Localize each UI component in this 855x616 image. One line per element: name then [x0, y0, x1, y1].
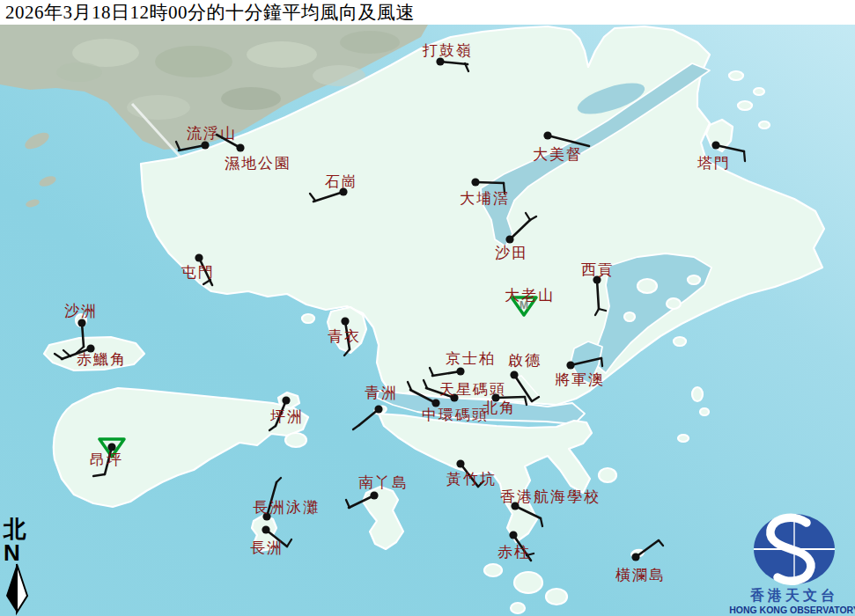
station-dot: [107, 443, 115, 451]
station-label: 青洲: [365, 385, 398, 401]
station-label: 赤鱲角: [77, 351, 127, 368]
station-dot: [510, 370, 518, 378]
page-title: 2026年3月18日12時00分的十分鐘平均風向及風速: [0, 0, 415, 25]
station-label: 濕地公園: [225, 155, 291, 172]
station-label: 橫瀾島: [615, 567, 666, 583]
station-label: 長洲: [250, 539, 284, 556]
station-dot: [456, 459, 464, 467]
station-dot: [341, 317, 349, 325]
kau-sai-chau: [638, 279, 657, 293]
station-label: 大美督: [533, 146, 583, 163]
station-dot: [509, 531, 517, 539]
station-label: 中環碼頭: [422, 407, 489, 423]
station-label: 沙洲: [64, 303, 98, 319]
station-label: 大老山: [505, 287, 555, 304]
station-label: 流浮山: [187, 125, 237, 142]
station-dot: [236, 143, 244, 151]
station-dot: [374, 405, 382, 413]
station-dot: [631, 553, 639, 561]
wind-barb-staff: [475, 182, 504, 183]
station-label: 南丫島: [358, 474, 409, 491]
station-dot: [543, 131, 551, 139]
station-label: 西貢: [581, 261, 615, 278]
station-label: 沙田: [495, 245, 528, 261]
wind-barb-tick: [744, 151, 745, 161]
logo-name-chinese: 香港天文台: [749, 587, 838, 603]
station-dot: [262, 525, 269, 533]
station-label: 香港航海學校: [500, 488, 601, 505]
station-label: 京士柏: [446, 350, 496, 367]
station-label: 青衣: [328, 328, 361, 345]
tung-lung-island: [599, 468, 616, 482]
station-label: 坪洲: [270, 408, 304, 425]
station-label: 黃竹坑: [446, 471, 497, 488]
station-dot: [195, 253, 203, 261]
station-dot: [77, 319, 85, 326]
station-dot: [711, 141, 719, 149]
title-bar: 2026年3月18日12時00分的十分鐘平均風向及風速: [0, 0, 855, 25]
station-dot: [505, 235, 513, 243]
compass-north-letter: N: [4, 539, 20, 566]
station-label: 昂坪: [90, 451, 123, 468]
station-label: 啟德: [508, 352, 542, 369]
station-label: 打鼓嶺: [422, 42, 473, 59]
station-dot: [471, 178, 479, 186]
wind-barb-staff: [496, 397, 525, 398]
station-dot: [201, 141, 209, 149]
station-label: 將軍澳: [555, 371, 605, 388]
hei-ling-chau-island: [285, 433, 306, 447]
station-label: 塔門: [697, 155, 731, 172]
station-label: 長洲泳灘: [253, 499, 320, 516]
compass-north-chinese: 北: [3, 517, 26, 542]
station-dot: [370, 491, 378, 499]
po-toi-island: [514, 572, 542, 593]
station-label: 赤柱: [498, 544, 531, 561]
station-dot: [566, 361, 574, 369]
station-dot: [282, 396, 290, 404]
station-label: 屯門: [181, 264, 215, 281]
wind-barb-tick: [601, 358, 602, 366]
station-label: 大埔滘: [460, 190, 510, 207]
station-dot: [456, 367, 464, 375]
logo-name-english: HONG KONG OBSERVATORY: [729, 605, 855, 615]
hong-kong-wind-map: 打鼓嶺流浮山濕地公園石崗大美督塔門大埔滘沙田屯門西貢M大老山沙洲赤鱲角青衣京士柏…: [0, 0, 855, 616]
station-label: 石崗: [325, 173, 358, 190]
wind-map-page: 打鼓嶺流浮山濕地公園石崗大美督塔門大埔滘沙田屯門西貢M大老山沙洲赤鱲角青衣京士柏…: [0, 0, 855, 616]
ma-wan-islet: [302, 314, 314, 323]
